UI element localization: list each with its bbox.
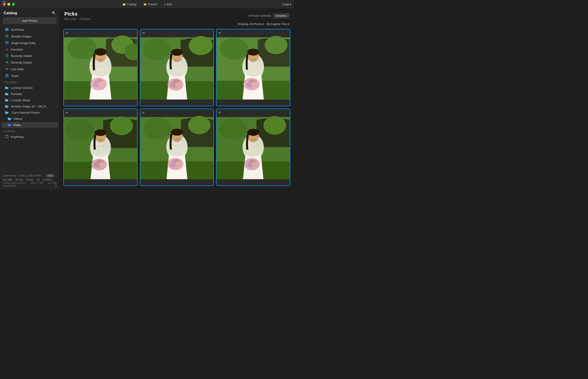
photo-card-1[interactable]: ⇄ bbox=[63, 29, 138, 106]
favorites-icon: ♥ bbox=[5, 48, 9, 51]
sidebar-item-favorites[interactable]: ♥ Favorites bbox=[1, 47, 58, 52]
photo-edit-icon-3: ⇄ bbox=[218, 31, 221, 35]
main-layout: Catalog 🔍 Add Photos All Photos Sample I… bbox=[0, 9, 294, 190]
photo-card-4[interactable]: ⇄ bbox=[63, 109, 138, 186]
svg-point-102 bbox=[263, 116, 286, 135]
aperture-value: f/4 bbox=[37, 178, 40, 181]
svg-point-67 bbox=[247, 49, 259, 56]
svg-point-62 bbox=[220, 38, 248, 60]
sidebar-folder-carol-harrold[interactable]: Carol Harrold Photos bbox=[1, 110, 58, 115]
deselect-button[interactable]: Deselect bbox=[273, 13, 289, 18]
showing-dropdown[interactable]: Showing: All Photos ▾ bbox=[238, 22, 264, 26]
titlebar-right: Large ▾ bbox=[282, 3, 291, 6]
edit-nav-label: Edit bbox=[167, 3, 172, 6]
camera-model: NIKON D810 bbox=[3, 185, 16, 187]
svg-point-49 bbox=[143, 39, 171, 60]
chevron-down-icon: ▾ bbox=[263, 22, 264, 26]
svg-rect-2 bbox=[7, 29, 8, 29]
folder-portraits-label: Portraits bbox=[11, 92, 22, 96]
sidebar-folder-luminar-share[interactable]: Luminar Share bbox=[1, 97, 58, 103]
sidebar-item-recently-edited[interactable]: Recently Edited bbox=[1, 60, 58, 66]
info-icon[interactable]: ℹ bbox=[56, 174, 57, 177]
sidebar-album-popphoto[interactable]: PopPhoto bbox=[1, 134, 58, 140]
sidebar-item-trash[interactable]: Trash bbox=[1, 73, 58, 79]
photo-edit-icon-1: ⇄ bbox=[66, 31, 68, 35]
folder-icon bbox=[5, 111, 9, 114]
sidebar-folder-smarter-image[interactable]: Smarter Image 10 – Sky R... bbox=[1, 104, 58, 109]
svg-rect-31 bbox=[6, 135, 8, 136]
single-image-edits-icon bbox=[5, 41, 9, 45]
content-topbar: Picks May 2022 6 Photos 6 Photos Selecte… bbox=[60, 9, 294, 22]
favorites-label: Favorites bbox=[11, 48, 23, 51]
picks-folder-icon bbox=[8, 124, 12, 126]
content-subtitle: May 2022 6 Photos bbox=[64, 17, 90, 21]
sidebar-folder-luminar-carlson[interactable]: Luminar Carlson bbox=[1, 85, 58, 91]
sidebar-header: Catalog 🔍 bbox=[0, 9, 60, 16]
sidebar-bottom: Carol Harrold – 220514_0389_HARROLD... R… bbox=[0, 172, 60, 190]
svg-point-101 bbox=[219, 118, 247, 140]
content-actions: 6 Photos Selected Deselect bbox=[248, 13, 289, 18]
sidebar-item-single-image-edits[interactable]: Single Image Edits bbox=[1, 40, 58, 46]
shutter-value: 1/1250 s bbox=[43, 178, 53, 181]
presets-nav-label: Presets bbox=[148, 3, 157, 6]
folder-others-label: Others bbox=[14, 117, 22, 121]
folder-carol-harrold-label: Carol Harrold Photos bbox=[12, 111, 39, 114]
photo-card-5[interactable]: ⇄ bbox=[140, 109, 214, 186]
folder-smarter-image-label: Smarter Image 10 – Sky R... bbox=[11, 105, 49, 108]
svg-point-84 bbox=[99, 162, 106, 167]
content-title-area: Picks May 2022 6 Photos bbox=[64, 11, 90, 21]
recently-added-icon bbox=[5, 54, 9, 58]
edit-nav-button[interactable]: ≡ Edit bbox=[161, 2, 175, 7]
folder-luminar-carlson-label: Luminar Carlson bbox=[11, 86, 33, 90]
svg-point-45 bbox=[98, 81, 106, 87]
capture-date: 14 May 2022 03:30:13 bbox=[3, 182, 26, 184]
photo-card-3[interactable]: ⇄ bbox=[216, 29, 290, 106]
svg-rect-4 bbox=[7, 30, 8, 31]
folder-icon bbox=[5, 105, 9, 108]
catalog-nav-button[interactable]: 📁 Catalog bbox=[119, 2, 140, 7]
presets-nav-button[interactable]: ⭐ Presets bbox=[140, 2, 161, 7]
search-icon[interactable]: 🔍 bbox=[52, 11, 56, 15]
ev-value: 0.0 EV bbox=[26, 178, 34, 181]
album-icon bbox=[5, 135, 9, 139]
svg-point-89 bbox=[188, 116, 210, 134]
svg-point-63 bbox=[265, 36, 288, 54]
sidebar-item-lost-edits[interactable]: Lost Edits bbox=[1, 66, 58, 72]
svg-point-50 bbox=[189, 36, 213, 55]
folder-icon bbox=[5, 87, 9, 89]
svg-point-35 bbox=[67, 37, 97, 60]
iso-value: ISO 400 bbox=[3, 178, 12, 181]
showing-label: Showing: All Photos bbox=[238, 22, 262, 26]
raw-badge: RAW bbox=[46, 174, 54, 177]
sidebar-folder-others[interactable]: Others bbox=[1, 116, 58, 122]
sidebar-folder-picks[interactable]: Picks bbox=[1, 122, 58, 128]
minimize-button[interactable] bbox=[7, 3, 10, 6]
maximize-button[interactable] bbox=[12, 3, 15, 6]
sidebar-folder-portraits[interactable]: Portraits bbox=[1, 91, 58, 97]
sidebar-item-recently-added[interactable]: Recently Added bbox=[1, 53, 58, 59]
sidebar: Catalog 🔍 Add Photos All Photos Sample I… bbox=[0, 9, 60, 190]
add-photos-button[interactable]: Add Photos bbox=[3, 17, 57, 24]
svg-point-6 bbox=[6, 36, 7, 36]
svg-point-110 bbox=[252, 162, 259, 167]
folder-picks-label: Picks bbox=[14, 123, 21, 127]
photo-card-2[interactable]: ⇄ bbox=[140, 29, 214, 106]
presets-nav-icon: ⭐ bbox=[143, 3, 147, 6]
album-popphoto-label: PopPhoto bbox=[11, 135, 24, 139]
photo-card-6[interactable]: ⇄ bbox=[216, 109, 290, 186]
trash-label: Trash bbox=[11, 74, 18, 78]
exif-row: ISO 400 75 mm 0.0 EV f/4 1/1250 s bbox=[3, 178, 57, 181]
sort-dropdown[interactable]: By Capture Time ▾ bbox=[267, 22, 289, 26]
chevron-down-icon: ▾ bbox=[290, 3, 291, 6]
folder-icon bbox=[8, 118, 12, 120]
size-selector[interactable]: Large ▾ bbox=[282, 3, 291, 6]
photo-edit-icon-6: ⇄ bbox=[218, 111, 221, 114]
photo-edit-icon-4: ⇄ bbox=[66, 111, 68, 114]
sidebar-item-sample-images[interactable]: Sample Images bbox=[1, 33, 58, 39]
svg-rect-3 bbox=[6, 30, 7, 31]
filename-text: Carol Harrold – 220514_0389_HARROLD... bbox=[3, 174, 45, 177]
sample-images-label: Sample Images bbox=[11, 35, 32, 38]
titlebar: 📁 Catalog ⭐ Presets ≡ Edit Large ▾ bbox=[0, 0, 294, 9]
sidebar-item-all-photos[interactable]: All Photos bbox=[1, 27, 58, 33]
svg-point-58 bbox=[175, 82, 182, 87]
